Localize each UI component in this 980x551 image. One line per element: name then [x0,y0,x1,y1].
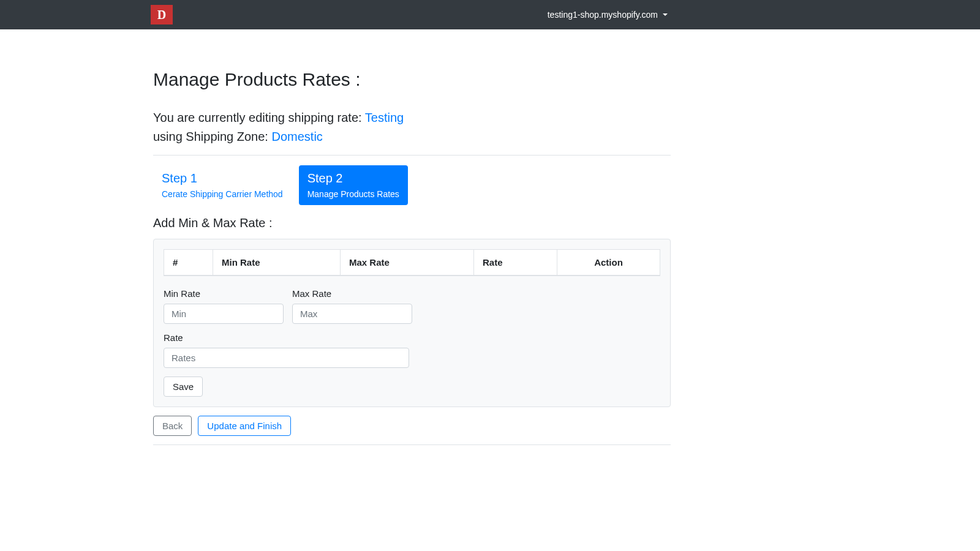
divider [153,155,671,156]
context-info: You are currently editing shipping rate:… [153,108,671,146]
rate-group: Rate [164,332,409,368]
zone-prefix: using Shipping Zone: [153,130,271,143]
col-rate: Rate [474,250,557,276]
table-header-row: # Min Rate Max Rate Rate Action [164,250,660,276]
step-1[interactable]: Step 1 Cerate Shipping Carrier Method [153,165,292,205]
step-2[interactable]: Step 2 Manage Products Rates [299,165,408,205]
col-min-rate: Min Rate [213,250,341,276]
rate-row: Rate [164,332,660,368]
max-rate-input[interactable] [292,304,412,324]
max-rate-group: Max Rate [292,288,412,324]
logo-text: D [157,8,166,22]
max-rate-label: Max Rate [292,288,412,299]
step-1-subtitle: Cerate Shipping Carrier Method [162,189,283,199]
app-logo[interactable]: D [151,5,173,24]
main-container: Manage Products Rates : You are currentl… [153,69,671,445]
context-prefix: You are currently editing shipping rate: [153,111,365,124]
back-button[interactable]: Back [153,416,192,436]
rate-input[interactable] [164,348,409,368]
caret-down-icon [663,13,668,16]
rate-form-card: # Min Rate Max Rate Rate Action Min Rate… [153,239,671,407]
rate-name-link[interactable]: Testing [365,111,404,124]
save-button[interactable]: Save [164,377,203,397]
col-index: # [164,250,213,276]
col-action: Action [557,250,660,276]
min-max-row: Min Rate Max Rate [164,288,660,324]
top-navbar: D testing1-shop.myshopify.com [0,0,980,29]
rate-table: # Min Rate Max Rate Rate Action [164,249,660,276]
footer-buttons: Back Update and Finish [153,416,671,436]
shop-domain-label: testing1-shop.myshopify.com [548,10,658,20]
update-finish-button[interactable]: Update and Finish [198,416,291,436]
step-2-title: Step 2 [307,171,399,186]
footer-divider [153,444,671,445]
rate-label: Rate [164,332,409,343]
shop-domain-dropdown[interactable]: testing1-shop.myshopify.com [548,10,668,20]
section-title: Add Min & Max Rate : [153,216,671,230]
step-2-subtitle: Manage Products Rates [307,189,399,199]
min-rate-group: Min Rate [164,288,284,324]
col-max-rate: Max Rate [341,250,474,276]
steps-nav: Step 1 Cerate Shipping Carrier Method St… [153,165,671,205]
min-rate-label: Min Rate [164,288,284,299]
zone-name-link[interactable]: Domestic [271,130,322,143]
min-rate-input[interactable] [164,304,284,324]
page-title: Manage Products Rates : [153,69,671,90]
step-1-title: Step 1 [162,171,283,186]
